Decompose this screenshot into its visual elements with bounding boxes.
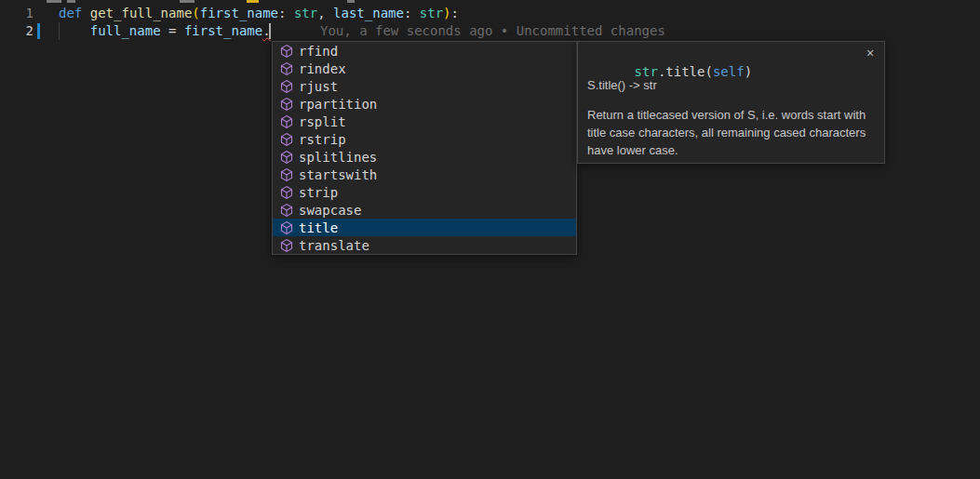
clipped-breadcrumb-mark <box>180 0 195 3</box>
suggestion-item-rstrip[interactable]: rstrip <box>273 130 576 148</box>
suggestion-label: strip <box>299 185 338 200</box>
suggestion-item-swapcase[interactable]: swapcase <box>273 201 576 219</box>
suggestion-label: rsplit <box>299 114 346 129</box>
suggestion-item-strip[interactable]: strip <box>273 183 576 201</box>
suggestion-label: rpartition <box>299 97 377 112</box>
suggestion-label: startswith <box>299 167 377 182</box>
suggestion-item-title[interactable]: title <box>273 219 576 236</box>
line-number-2: 2 <box>0 22 34 40</box>
symbol-method-icon <box>279 203 294 218</box>
suggestion-label: rfind <box>299 44 338 59</box>
suggestion-item-rindex[interactable]: rindex <box>273 60 576 77</box>
clipped-breadcrumb-mark <box>67 0 75 3</box>
symbol-method-icon <box>279 97 294 112</box>
symbol-method-icon <box>279 238 294 253</box>
suggestion-label: title <box>299 220 338 235</box>
symbol-method-icon <box>279 185 294 200</box>
symbol-method-icon <box>279 167 294 182</box>
suggestion-label: translate <box>299 238 369 253</box>
docs-signature: str.title(self) <box>635 64 752 79</box>
docs-description: Return a titlecased version of S, i.e. w… <box>587 106 875 159</box>
suggestion-item-rsplit[interactable]: rsplit <box>273 113 576 130</box>
suggestion-label: rstrip <box>299 132 346 147</box>
git-modified-indicator <box>37 23 40 39</box>
docs-header: str.title(self) ✕ <box>587 46 875 63</box>
suggestion-item-translate[interactable]: translate <box>273 236 576 254</box>
code-editor: 1 2 def get_full_name(first_name: str, l… <box>0 0 980 479</box>
clipped-breadcrumb-mark <box>47 0 61 3</box>
suggestion-docs-popup: str.title(self) ✕ S.title() -> str Retur… <box>577 41 885 164</box>
suggestion-item-rpartition[interactable]: rpartition <box>273 95 576 113</box>
symbol-method-icon <box>279 79 294 94</box>
suggestion-item-splitlines[interactable]: splitlines <box>273 148 576 166</box>
git-blame-annotation: You, a few seconds ago • Uncommitted cha… <box>320 22 665 40</box>
suggestion-item-rfind[interactable]: rfind <box>273 42 576 60</box>
symbol-method-icon <box>279 61 294 76</box>
suggestion-label: swapcase <box>299 203 361 218</box>
clipped-breadcrumb-mark <box>347 0 355 3</box>
line-number-1: 1 <box>0 5 34 22</box>
suggestion-list[interactable]: rfind rindex rjust rpartition rsplit rst… <box>272 41 577 255</box>
suggestion-item-startswith[interactable]: startswith <box>273 166 576 183</box>
suggestion-item-rjust[interactable]: rjust <box>273 77 576 95</box>
symbol-method-icon <box>279 114 294 129</box>
suggestion-label: rindex <box>299 61 346 76</box>
suggestion-label: rjust <box>299 79 338 94</box>
symbol-method-icon <box>279 150 294 165</box>
clipped-breadcrumb-symbol-icon <box>247 0 259 3</box>
symbol-method-icon <box>279 44 294 59</box>
symbol-method-icon <box>279 132 294 147</box>
symbol-method-icon <box>279 220 294 235</box>
suggestion-label: splitlines <box>299 150 377 165</box>
text-cursor <box>269 23 271 39</box>
code-line-1[interactable]: def get_full_name(first_name: str, last_… <box>59 5 459 22</box>
close-icon[interactable]: ✕ <box>863 47 878 61</box>
code-line-2[interactable]: full_name = first_name. <box>59 22 271 40</box>
